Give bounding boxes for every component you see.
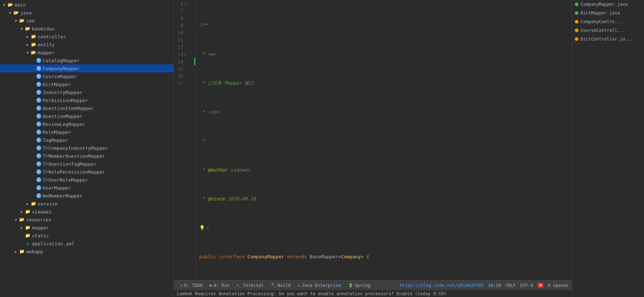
folder-icon-xiaowei [25,209,30,215]
tree-item-TagMapper[interactable]: TagMapper [0,136,173,144]
tree-item-webapp[interactable]: webapp [0,247,173,255]
tab-java-enterprise[interactable]: ☕ Java Enterprise [294,281,344,290]
interface-icon-TagMapper [36,137,41,143]
gutter-line-17: 17 [174,80,195,87]
tree-item-QuestionItemMapper[interactable]: QuestionItemMapper [0,104,173,112]
tree-label-controller: controller [38,34,66,39]
tree-item-IndustryMapper[interactable]: IndustryMapper [0,88,173,96]
change-indicator-14 [194,58,195,65]
tree-item-CatalogMapper[interactable]: CatalogMapper [0,56,173,64]
build-icon: 🔨 [271,283,276,288]
tree-arrow-TagMapper [30,137,36,143]
tree-arrow-PermissionMapper [30,97,36,103]
open-file-CourseController[interactable]: CourseControll... [572,26,644,35]
code-editor[interactable]: 6 ⊟ 7 8 9 10 11 [174,0,572,280]
tree-item-CourseMapper[interactable]: CourseMapper [0,72,173,80]
gutter-line-16: 16 [174,72,195,80]
code-space-3 [284,253,287,260]
tree-item-resources[interactable]: resources [0,216,173,224]
tree-item-QuestionMapper[interactable]: QuestionMapper [0,112,173,120]
code-keyword-extends: extends [287,253,307,260]
bottom-bar: ☑ 6: TODO ▶ 4: Run >_ Terminal 🔨 Build ☕… [174,280,572,290]
code-classname: CompanyMapper [247,253,284,260]
tree-item-mapper[interactable]: mapper [0,48,173,56]
tree-label-RoleMapper: RoleMapper [43,130,71,135]
tree-item-PermissionMapper[interactable]: PermissionMapper [0,96,173,104]
tree-item-UserMapper[interactable]: UserMapper [0,184,173,192]
tree-item-TrRolePermissionMapper[interactable]: TrRolePermissionMapper [0,168,173,176]
tree-item-service[interactable]: service [0,200,173,208]
interface-icon-QuestionMapper [36,114,41,119]
open-file-CompanyMapper[interactable]: CompanyMapper.java [572,0,644,9]
folder-icon-controller [30,34,36,39]
folder-icon-static [25,233,30,238]
interface-icon-WxMemberMapper [36,193,41,198]
tree-item-mapper-resources[interactable]: mapper [0,224,173,232]
tab-run-label: 4: Run [214,283,229,288]
dot-DictMapper [575,11,578,15]
code-content[interactable]: /** * <p> * 公司表 Mapper 接口 * </p> * [196,0,572,280]
line-num-7: 7 [175,8,183,14]
open-file-CompanyController[interactable]: CompanyContro... [572,17,644,26]
tree-label-mapper: mapper [38,50,55,55]
interface-icon-TrQuestionTagMapper [36,161,41,166]
line-num-14: 14 [175,59,183,64]
tree-item-java[interactable]: java [0,9,173,17]
tree-item-xiaowei[interactable]: xiaowei [0,208,173,216]
tree-item-RoleMapper[interactable]: RoleMapper [0,128,173,136]
code-line-7: * <p> [199,51,572,58]
folder-icon-webapp [19,249,25,254]
code-line-13: 💡/ [199,224,572,232]
tree-item-baomidou[interactable]: baomidou [0,25,173,33]
tree-item-static[interactable]: static [0,232,173,239]
tree-label-PermissionMapper: PermissionMapper [43,98,88,103]
open-file-DictMapper[interactable]: DictMapper.java [572,9,644,17]
fold-icon-13[interactable]: ⊟ [184,52,187,57]
tree-item-TrQuestionTagMapper[interactable]: TrQuestionTagMapper [0,160,173,168]
open-file-DictController[interactable]: DictController.ja... [572,35,644,43]
tree-item-controller[interactable]: controller [0,33,173,41]
fold-icon-6[interactable]: ⊟ [185,1,187,6]
tree-label-IndustryMapper: IndustryMapper [43,90,83,95]
tree-label-WxMemberMapper: WxMemberMapper [43,193,83,199]
right-panel: CompanyMapper.java DictMapper.java Compa… [572,0,644,297]
tree-item-TrCompanyIndustryMapper[interactable]: TrCompanyIndustryMapper [0,144,173,152]
tree-item-application-yml[interactable]: ⚙ application.yml [0,239,173,247]
tree-item-CompanyMapper[interactable]: CompanyMapper [0,64,173,72]
code-text-12c: 2020-08-10 [225,195,256,203]
tree-item-entity[interactable]: entity [0,41,173,48]
interface-icon-TrUserRoleMapper [36,177,41,182]
tree-item-TrUserRoleMapper[interactable]: TrUserRoleMapper [0,176,173,184]
tree-arrow-mapper [25,50,30,55]
status-encoding: CRLF [505,283,516,288]
tree-item-main[interactable]: main [0,1,173,9]
tree-label-TrRolePermissionMapper: TrRolePermissionMapper [43,169,105,175]
tree-arrow-service [25,201,30,207]
gutter: 6 ⊟ 7 8 9 10 11 [174,0,196,280]
interface-icon-ReviewLogMapper [36,122,41,127]
line-num-17: 17 [175,81,183,86]
tree-label-java: java [20,10,32,16]
status-message: Lombok Requires Annotation Processing: D… [174,290,572,297]
status-url[interactable]: https://blog.csdn.net/u014034705 [400,283,484,288]
tab-build[interactable]: 🔨 Build [267,281,294,290]
tree-label-application-yml: application.yml [32,241,74,246]
tree-label-entity: entity [38,42,55,47]
code-text-12b: @since [208,195,225,203]
tree-item-DictMapper[interactable]: DictMapper [0,80,173,88]
tab-terminal[interactable]: >_ Terminal [233,281,267,290]
gutter-line-13: 13 ⊟ [174,51,195,58]
tab-todo[interactable]: ☑ 6: TODO [177,281,206,290]
tree-arrow-QuestionMapper [30,113,36,119]
status-charset: UTF-8 [520,283,533,288]
tree-item-TrMemberQuestionMapper[interactable]: TrMemberQuestionMapper [0,152,173,160]
file-tree: main java com baomidou controlle [0,0,174,297]
tree-item-com[interactable]: com [0,17,173,25]
tab-run[interactable]: ▶ 4: Run [206,281,233,290]
line-num-8: 8 [175,16,183,21]
open-file-label-DictController: DictController.ja... [581,37,633,42]
tab-spring[interactable]: 🍃 Spring [344,281,374,290]
tree-item-ReviewLogMapper[interactable]: ReviewLogMapper [0,120,173,128]
code-line-12: * @since 2020-08-10 [199,195,572,203]
tree-item-WxMemberMapper[interactable]: WxMemberMapper [0,192,173,200]
